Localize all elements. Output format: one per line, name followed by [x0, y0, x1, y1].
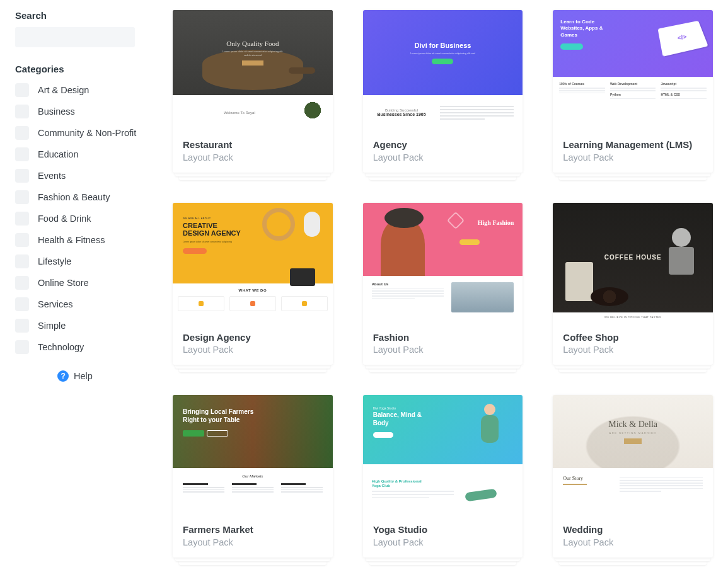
category-label: Services [38, 299, 73, 309]
category-simple[interactable]: Simple [15, 319, 147, 333]
category-health-fitness[interactable]: Health & Fitness [15, 233, 147, 247]
checkbox-icon[interactable] [15, 212, 29, 226]
thumb-subtext: Welcome To Royal [183, 111, 296, 115]
layout-card-yoga-studio[interactable]: Divi Yoga Studio Balance, Mind & Body Hi… [363, 395, 523, 557]
card-title: Restaurant [183, 139, 323, 151]
search-label: Search [15, 10, 147, 21]
card-title: Wedding [563, 523, 703, 536]
category-services[interactable]: Services [15, 297, 147, 311]
card-title: Learning Management (LMS) [563, 139, 703, 151]
category-online-store[interactable]: Online Store [15, 276, 147, 290]
thumb-heading: DESIGN AGENCY [183, 229, 241, 237]
card-subtitle: Layout Pack [373, 345, 513, 355]
card-title: Fashion [373, 331, 513, 344]
checkbox-icon[interactable] [15, 169, 29, 183]
category-list: Art & Design Business Community & Non-Pr… [15, 83, 147, 354]
help-link[interactable]: ? Help [15, 370, 135, 382]
card-title: Farmers Market [183, 523, 323, 536]
thumb-heading: Divi for Business [415, 42, 471, 49]
checkbox-icon[interactable] [15, 190, 29, 204]
checkbox-icon[interactable] [15, 233, 29, 247]
thumb-heading: COFFEE HOUSE [604, 254, 662, 261]
card-subtitle: Layout Pack [183, 537, 323, 547]
thumb-text: 100's of Courses [559, 82, 605, 86]
category-label: Community & Non-Profit [38, 128, 136, 138]
thumb-text: WE BELIEVE IN COFFEE THAT TASTES [604, 316, 661, 319]
checkbox-icon[interactable] [15, 126, 29, 140]
layout-thumbnail: High Fashion About Us [363, 203, 523, 323]
category-food-drink[interactable]: Food & Drink [15, 212, 147, 226]
layout-card-lms[interactable]: Learn to Code Websites, Apps & Games 100… [553, 10, 713, 173]
category-label: Events [38, 171, 66, 181]
categories-label: Categories [15, 64, 147, 74]
category-label: Technology [38, 342, 84, 352]
category-label: Health & Fitness [38, 235, 105, 245]
category-lifestyle[interactable]: Lifestyle [15, 254, 147, 268]
card-subtitle: Layout Pack [183, 152, 323, 163]
help-label: Help [74, 371, 93, 381]
sidebar: Search Categories Art & Design Business … [15, 10, 147, 557]
layout-grid: Only Quality Food Lorem ipsum dolor sit … [173, 10, 713, 557]
checkbox-icon[interactable] [15, 83, 29, 97]
layout-thumbnail: Learn to Code Websites, Apps & Games 100… [553, 10, 713, 130]
card-title: Agency [373, 139, 513, 151]
card-subtitle: Layout Pack [373, 537, 513, 547]
layout-card-restaurant[interactable]: Only Quality Food Lorem ipsum dolor sit … [173, 10, 333, 173]
thumb-text: WHAT WE DO [239, 288, 267, 292]
thumb-text: Python [610, 93, 656, 96]
layout-card-agency[interactable]: Divi for Business Lorem ipsum dolor sit … [363, 10, 523, 173]
card-title: Design Agency [183, 331, 323, 344]
thumb-heading: Learn to Code Websites, Apps & Games [560, 19, 611, 38]
card-subtitle: Layout Pack [183, 345, 323, 355]
thumb-heading: Mick & Della [608, 420, 657, 430]
checkbox-icon[interactable] [15, 319, 29, 333]
thumb-text: Web Development [610, 82, 656, 86]
layout-thumbnail: COFFEE HOUSE WE BELIEVE IN COFFEE THAT T… [553, 203, 713, 323]
card-subtitle: Layout Pack [373, 152, 513, 163]
category-label: Education [38, 149, 79, 159]
layout-thumbnail: WE ARE ALL ABOUT CREATIVEDESIGN AGENCY L… [173, 203, 333, 323]
category-label: Art & Design [38, 85, 89, 95]
checkbox-icon[interactable] [15, 147, 29, 161]
thumb-heading: Bringing Local Farmers Right to your Tab… [183, 408, 258, 424]
checkbox-icon[interactable] [15, 276, 29, 290]
thumb-heading: High Fashion [478, 219, 514, 226]
card-subtitle: Layout Pack [563, 152, 703, 163]
layout-card-coffee-shop[interactable]: COFFEE HOUSE WE BELIEVE IN COFFEE THAT T… [553, 203, 713, 365]
category-education[interactable]: Education [15, 147, 147, 161]
checkbox-icon[interactable] [15, 254, 29, 268]
category-fashion-beauty[interactable]: Fashion & Beauty [15, 190, 147, 204]
layout-thumbnail: Divi for Business Lorem ipsum dolor sit … [363, 10, 523, 130]
card-title: Yoga Studio [373, 523, 513, 536]
category-events[interactable]: Events [15, 169, 147, 183]
category-label: Food & Drink [38, 214, 91, 224]
layout-thumbnail: Only Quality Food Lorem ipsum dolor sit … [173, 10, 333, 130]
layout-card-fashion[interactable]: High Fashion About Us Fashion Layout Pac… [363, 203, 523, 365]
card-subtitle: Layout Pack [563, 345, 703, 355]
layout-card-farmers-market[interactable]: Bringing Local Farmers Right to your Tab… [173, 395, 333, 557]
layout-card-wedding[interactable]: Mick & Della ARE GETTING MARRIED Our Sto… [553, 395, 713, 557]
category-label: Online Store [38, 278, 89, 288]
layout-card-design-agency[interactable]: WE ARE ALL ABOUT CREATIVEDESIGN AGENCY L… [173, 203, 333, 365]
thumb-heading: Only Quality Food [226, 40, 279, 47]
category-community-nonprofit[interactable]: Community & Non-Profit [15, 126, 147, 140]
checkbox-icon[interactable] [15, 340, 29, 354]
thumb-text: Our Story [563, 476, 610, 481]
card-subtitle: Layout Pack [563, 537, 703, 547]
checkbox-icon[interactable] [15, 297, 29, 311]
category-art-design[interactable]: Art & Design [15, 83, 147, 97]
category-label: Fashion & Beauty [38, 192, 110, 202]
category-business[interactable]: Business [15, 105, 147, 118]
category-label: Lifestyle [38, 256, 71, 266]
layout-thumbnail: Mick & Della ARE GETTING MARRIED Our Sto… [553, 395, 713, 515]
category-technology[interactable]: Technology [15, 340, 147, 354]
thumb-text: HTML & CSS [661, 93, 707, 96]
help-icon: ? [57, 370, 69, 382]
thumb-text: Businesses Since 1965 [372, 112, 432, 117]
search-input[interactable] [15, 27, 135, 47]
thumb-text: Our Markets [183, 474, 323, 478]
category-label: Simple [38, 321, 66, 331]
thumb-text: ARE GETTING MARRIED [610, 431, 657, 435]
checkbox-icon[interactable] [15, 105, 29, 118]
layout-thumbnail: Divi Yoga Studio Balance, Mind & Body Hi… [363, 395, 523, 515]
